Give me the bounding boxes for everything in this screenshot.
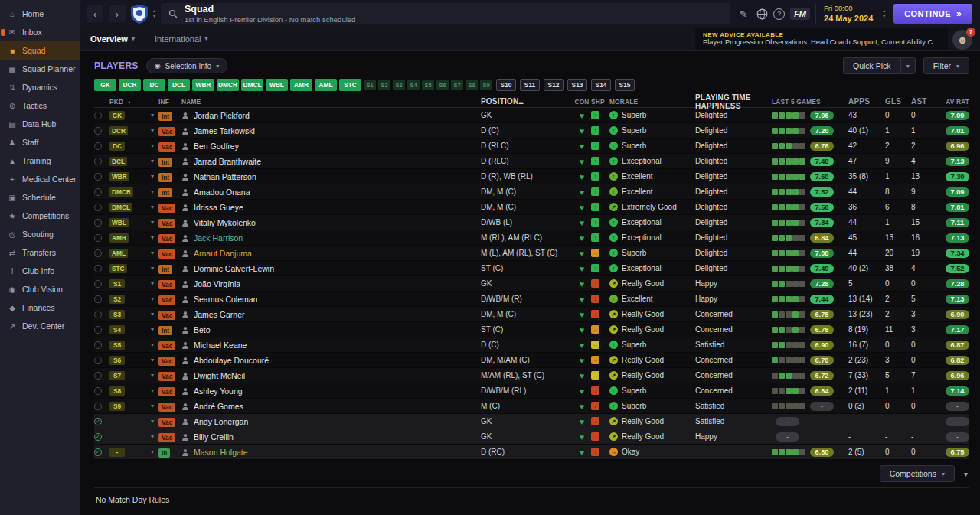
club-crest-icon[interactable] (131, 5, 148, 24)
position-filter-dcr[interactable]: DCR (119, 79, 141, 91)
player-name-link[interactable]: Jack Harrison (194, 233, 243, 243)
table-row[interactable]: ✓▾VacBilly CrellinGK♥↓↗Really GoodHappy-… (94, 429, 969, 445)
tab-overview[interactable]: Overview▾ (80, 28, 145, 50)
tab-international[interactable]: International▾ (145, 28, 218, 50)
row-select-circle[interactable] (94, 265, 102, 272)
col-apps[interactable]: APPS (848, 97, 885, 106)
sub-slot-s15[interactable]: S15 (615, 79, 635, 91)
player-name-link[interactable]: Seamus Coleman (194, 295, 257, 304)
slot-filter-s4[interactable]: S4 (407, 80, 420, 90)
table-row[interactable]: WBR▾IntNathan PattersonD (R), WB (RL)♥↑↑… (94, 169, 969, 184)
row-select-circle[interactable] (94, 142, 102, 150)
date-spinner[interactable]: ▴▾ (883, 8, 885, 19)
row-select-circle[interactable]: ✓ (94, 433, 102, 441)
slot-filter-s8[interactable]: S8 (466, 80, 478, 90)
row-select-circle[interactable] (94, 326, 102, 334)
sidebar-item-inbox[interactable]: ✉Inbox (0, 23, 80, 41)
slot-filter-s9[interactable]: S9 (480, 80, 492, 90)
row-position-dropdown[interactable]: ▾ (151, 280, 158, 287)
row-position-dropdown[interactable]: ▾ (151, 173, 158, 180)
col-av-rat[interactable]: AV RAT (937, 98, 969, 106)
sidebar-item-schedule[interactable]: ▣Schedule (0, 188, 80, 207)
club-selector-spinner[interactable]: ▴▾ (153, 8, 155, 19)
col-last-5-games[interactable]: LAST 5 GAMES (772, 98, 848, 106)
advisor-avatar[interactable]: ☻ 7 (952, 30, 972, 50)
col-inf[interactable]: INF (158, 98, 181, 106)
world-icon[interactable] (756, 8, 768, 20)
row-select-circle[interactable] (94, 112, 102, 119)
sub-slot-s11[interactable]: S11 (520, 79, 540, 91)
row-select-circle[interactable] (94, 188, 102, 196)
position-filter-wbl[interactable]: WBL (266, 79, 288, 91)
player-name-link[interactable]: Michael Keane (194, 341, 247, 350)
row-position-dropdown[interactable]: ▾ (151, 127, 158, 134)
sub-slot-s10[interactable]: S10 (496, 79, 516, 91)
player-name-link[interactable]: Abdoulaye Doucouré (194, 356, 269, 365)
row-position-dropdown[interactable]: ▾ (151, 357, 158, 363)
competitions-dropdown[interactable]: Competitions ▾ (880, 465, 955, 482)
player-name-link[interactable]: Amadou Onana (194, 187, 250, 197)
player-name-link[interactable]: André Gomes (194, 402, 243, 411)
player-name-link[interactable]: Beto (194, 325, 211, 334)
row-position-dropdown[interactable]: ▾ (151, 387, 158, 394)
continue-button[interactable]: CONTINUE» (893, 4, 972, 24)
row-select-circle[interactable] (94, 311, 102, 318)
slot-filter-s5[interactable]: S5 (422, 80, 434, 90)
player-name-link[interactable]: Ashley Young (194, 386, 243, 396)
slot-filter-s3[interactable]: S3 (393, 80, 405, 90)
row-position-dropdown[interactable]: ▾ (151, 403, 158, 409)
sidebar-item-home[interactable]: ⌂Home (0, 5, 80, 23)
position-filter-dcl[interactable]: DCL (168, 79, 190, 91)
quick-pick-button[interactable]: Quick Pick (843, 57, 900, 74)
player-name-link[interactable]: Arnaut Danjuma (194, 249, 252, 258)
player-name-link[interactable]: Nathan Patterson (194, 172, 256, 181)
row-position-dropdown[interactable]: ▾ (151, 204, 158, 210)
player-name-link[interactable]: Jarrad Branthwaite (194, 157, 261, 166)
player-name-link[interactable]: Vitaliy Mykolenko (194, 218, 256, 227)
sidebar-item-squad-planner[interactable]: ▦Squad Planner (0, 60, 80, 78)
row-select-circle[interactable] (94, 357, 102, 364)
player-name-link[interactable]: Ben Godfrey (194, 142, 239, 151)
row-position-dropdown[interactable]: ▾ (151, 158, 158, 165)
sidebar-item-finances[interactable]: ◆Finances (0, 298, 80, 317)
table-row[interactable]: WBL▾VacVitaliy MykolenkoD/WB (L)♥↑↑Excep… (94, 215, 969, 230)
table-row[interactable]: GK▾IntJordan PickfordGK♥↑↑SuperbDelighte… (94, 108, 969, 123)
help-icon[interactable]: ? (773, 8, 785, 20)
row-select-circle[interactable] (94, 295, 102, 303)
table-row[interactable]: S6▾VacAbdoulaye DoucouréDM, M/AM (C)♥→↗R… (94, 353, 969, 368)
player-name-link[interactable]: Andy Lonergan (194, 417, 248, 426)
position-filter-dmcl[interactable]: DMCL (241, 79, 263, 91)
table-row[interactable]: DMCR▾IntAmadou OnanaDM, M (C)♥↑↑Excellen… (94, 184, 969, 200)
sub-slot-s13[interactable]: S13 (567, 79, 587, 91)
sidebar-item-tactics[interactable]: ⊕Tactics (0, 96, 80, 115)
sidebar-item-club-vision[interactable]: ◉Club Vision (0, 280, 80, 298)
col-gls[interactable]: GLS (885, 97, 911, 106)
table-row[interactable]: DC▾VacBen GodfreyD (RLC)♥↑↑SuperbDelight… (94, 139, 969, 154)
row-position-dropdown[interactable]: ▾ (151, 311, 158, 318)
fm-logo[interactable]: FM (790, 8, 810, 20)
table-row[interactable]: AML▾VacArnaut DanjumaM (L), AM (RL), ST … (94, 246, 969, 261)
row-position-dropdown[interactable]: ▾ (151, 188, 158, 195)
row-position-dropdown[interactable]: ▾ (151, 433, 158, 440)
row-select-circle[interactable] (94, 158, 102, 165)
row-select-circle[interactable] (94, 127, 102, 135)
table-row[interactable]: S8▾VacAshley YoungD/WB/M (RL)♥↓↑SuperbCo… (94, 383, 969, 399)
sub-slot-s12[interactable]: S12 (544, 79, 564, 91)
col-con[interactable]: CON (573, 98, 591, 106)
col-shp[interactable]: SHP (591, 98, 609, 106)
sidebar-item-dev-center[interactable]: ↗Dev. Center (0, 317, 80, 335)
position-filter-gk[interactable]: GK (94, 79, 116, 91)
row-select-circle[interactable] (94, 387, 102, 395)
row-position-dropdown[interactable]: ▾ (151, 372, 158, 379)
row-position-dropdown[interactable]: ▾ (151, 326, 158, 333)
row-select-circle[interactable] (94, 341, 102, 349)
player-name-link[interactable]: James Tarkowski (194, 126, 255, 135)
sidebar-item-training[interactable]: ▲Training (0, 152, 80, 170)
row-select-circle[interactable] (94, 173, 102, 181)
col-ast[interactable]: AST (911, 97, 937, 106)
player-name-link[interactable]: Dominic Calvert-Lewin (194, 264, 274, 273)
row-select-circle[interactable] (94, 280, 102, 288)
player-name-link[interactable]: Dwight McNeil (194, 371, 245, 380)
row-select-circle[interactable]: ✓ (94, 418, 102, 425)
table-row[interactable]: ✓-▾InMason HolgateD (RC)♥↓→Okay6.802 (5)… (94, 445, 969, 460)
